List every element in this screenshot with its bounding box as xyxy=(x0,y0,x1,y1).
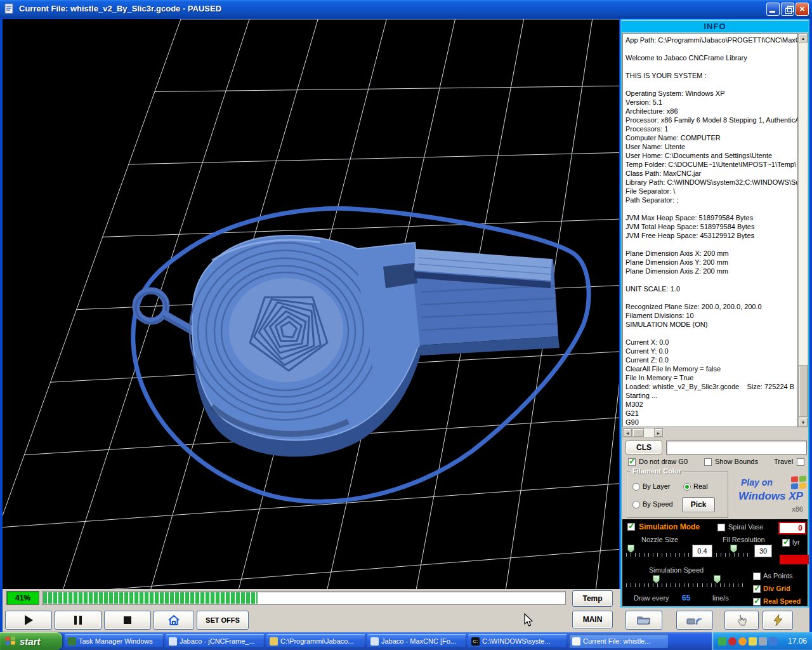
minimize-icon xyxy=(767,3,779,15)
fil-slider-thumb[interactable] xyxy=(730,545,737,553)
simulation-mode-label[interactable]: Simulation Mode xyxy=(639,522,700,531)
filament-color-title: Filament Color xyxy=(631,467,683,475)
div-grid-checkbox[interactable] xyxy=(753,585,761,593)
draw-every-value[interactable]: 65 xyxy=(682,594,690,602)
travel-checkbox[interactable] xyxy=(797,458,804,466)
draw-every-slider[interactable] xyxy=(702,575,745,588)
real-speed-label[interactable]: Real Speed xyxy=(763,597,801,605)
slider-ticks xyxy=(716,553,752,557)
taskbar-item-task-manager[interactable]: Task Manager Windows xyxy=(65,634,164,648)
temp-button[interactable]: Temp xyxy=(572,590,613,607)
pause-button[interactable] xyxy=(55,611,102,630)
play-button[interactable] xyxy=(5,611,52,630)
stop-button[interactable] xyxy=(104,611,151,630)
tray-alert-icon[interactable] xyxy=(749,637,757,646)
open-file-button[interactable] xyxy=(625,611,662,630)
fil-resolution-value[interactable]: 30 xyxy=(754,545,772,557)
pick-color-button[interactable]: Pick xyxy=(682,497,715,512)
taskbar-item-explorer[interactable]: C:\Programmi\Jabaco... xyxy=(266,634,365,648)
fil-resolution-slider[interactable] xyxy=(716,545,752,557)
div-grid-label[interactable]: Div Grid xyxy=(763,585,790,592)
by-speed-radio[interactable] xyxy=(632,501,640,508)
main-button[interactable]: MAIN xyxy=(572,611,613,628)
gcode-file-icon xyxy=(572,637,580,646)
log-horizontal-scrollbar[interactable]: ◄ ► xyxy=(622,428,664,438)
as-points-checkbox[interactable] xyxy=(753,573,761,580)
pause-icon xyxy=(74,616,82,625)
log-vertical-scrollbar[interactable]: ▲ ▼ xyxy=(798,33,808,427)
scroll-thumb[interactable] xyxy=(799,365,808,417)
scroll-right-icon[interactable]: ► xyxy=(654,428,663,437)
slider-ticks xyxy=(702,583,745,587)
scroll-down-icon[interactable]: ▼ xyxy=(799,418,808,427)
layer-color-swatch xyxy=(780,555,809,564)
show-bounds-label[interactable]: Show Bounds xyxy=(715,458,758,465)
draw-every-label: Draw every xyxy=(634,594,669,602)
home-icon xyxy=(167,614,180,626)
taskbar-item-jabaco-maxcnc[interactable]: Jabaco - MaxCNC [Fo... xyxy=(367,634,466,648)
task-label: Task Manager Windows xyxy=(79,637,153,645)
restore-button[interactable] xyxy=(781,3,794,16)
play-on-text: Play on xyxy=(741,477,773,488)
scroll-up-icon[interactable]: ▲ xyxy=(799,34,808,43)
do-not-draw-g0-checkbox[interactable] xyxy=(628,458,636,466)
simulation-speed-slider[interactable] xyxy=(626,575,698,588)
speed-slider-thumb[interactable] xyxy=(653,575,660,583)
command-input[interactable] xyxy=(666,441,807,454)
taskbar: start Task Manager Windows Jabaco - jCNC… xyxy=(0,632,812,650)
tray-volume-icon[interactable] xyxy=(759,637,767,646)
taskbar-item-console[interactable]: C: C:\WINDOWS\syste... xyxy=(468,634,567,648)
set-offs-button[interactable]: SET OFFS xyxy=(197,611,249,630)
nozzle-slider-thumb[interactable] xyxy=(627,545,634,553)
progress-bar xyxy=(42,591,566,605)
spiral-vase-checkbox[interactable] xyxy=(717,524,725,531)
title-bar[interactable]: Current File: whistle_v2_By_Slic3r.gcode… xyxy=(0,0,812,18)
system-log: App Path: C:\Programmi\Jabaco\PROGETTI\C… xyxy=(623,34,797,427)
taskbar-clock: 17.06 xyxy=(788,632,807,650)
windows-xp-text: Windows XP xyxy=(738,490,803,503)
real-radio[interactable] xyxy=(683,483,691,491)
lyr-checkbox[interactable] xyxy=(782,539,790,547)
as-points-label[interactable]: As Points xyxy=(763,572,792,580)
nozzle-size-slider[interactable] xyxy=(626,545,690,557)
spiral-vase-label[interactable]: Spiral Vase xyxy=(728,523,763,531)
close-button[interactable] xyxy=(796,3,809,16)
tray-ati-icon[interactable] xyxy=(728,637,737,646)
by-layer-label[interactable]: By Layer xyxy=(643,482,670,490)
real-speed-checkbox[interactable] xyxy=(753,598,761,606)
start-button[interactable]: start xyxy=(0,632,62,650)
manual-jog-button[interactable] xyxy=(724,611,759,630)
nozzle-size-value[interactable]: 0.4 xyxy=(692,545,712,557)
hscroll-thumb[interactable] xyxy=(632,428,644,437)
taskbar-item-jabaco-ide[interactable]: Jabaco - jCNCFrame_... xyxy=(166,634,265,648)
lyr-label[interactable]: lyr xyxy=(792,538,800,546)
draw-slider-thumb[interactable] xyxy=(714,575,721,583)
travel-label[interactable]: Travel xyxy=(774,458,793,465)
console-icon: C: xyxy=(471,637,480,646)
power-button[interactable] xyxy=(763,611,793,630)
minimize-button[interactable] xyxy=(766,3,780,16)
tray-color-icon[interactable] xyxy=(738,637,747,646)
viewport-3d[interactable] xyxy=(3,19,619,589)
simulation-mode-checkbox[interactable] xyxy=(627,523,635,531)
whistle-model xyxy=(133,208,589,501)
layer-counter[interactable]: 0 xyxy=(778,522,806,534)
real-label[interactable]: Real xyxy=(693,482,708,490)
system-tray: 17.06 xyxy=(712,632,812,650)
home-button[interactable] xyxy=(154,611,194,630)
cls-button[interactable]: CLS xyxy=(625,441,662,454)
task-label: C:\Programmi\Jabaco... xyxy=(280,637,354,645)
log-area[interactable]: App Path: C:\Programmi\Jabaco\PROGETTI\C… xyxy=(622,33,798,427)
show-bounds-checkbox[interactable] xyxy=(704,458,712,466)
taskbar-item-current-file[interactable]: Current File: whistle... xyxy=(569,634,668,648)
by-speed-label[interactable]: By Speed xyxy=(643,500,673,508)
tray-display-icon[interactable] xyxy=(718,637,726,646)
by-layer-radio[interactable] xyxy=(632,483,640,491)
app-icon xyxy=(4,3,15,15)
tray-network-icon[interactable] xyxy=(769,637,777,646)
do-not-draw-g0-label[interactable]: Do not draw G0 xyxy=(639,458,688,465)
window-title: Current File: whistle_v2_By_Slic3r.gcode… xyxy=(19,0,221,18)
remote-connect-button[interactable] xyxy=(676,611,713,630)
scroll-left-icon[interactable]: ◄ xyxy=(623,428,632,437)
progress-fill xyxy=(43,592,258,604)
